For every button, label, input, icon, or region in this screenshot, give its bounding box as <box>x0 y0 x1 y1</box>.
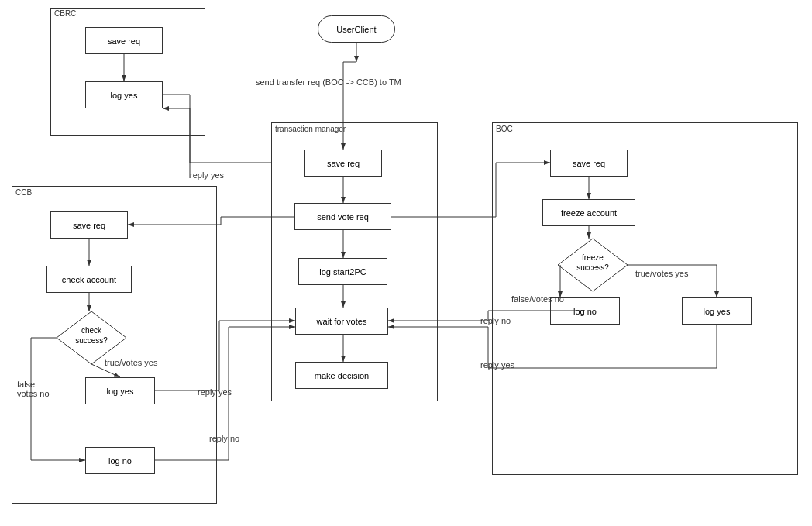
svg-text:freeze: freeze <box>582 253 604 262</box>
send-transfer-label: send transfer req (BOC -> CCB) to TM <box>256 77 401 87</box>
reply-no-ccb: reply no <box>209 434 239 443</box>
svg-text:check: check <box>81 326 102 335</box>
tm-log-start2pc: log start2PC <box>298 258 387 285</box>
reply-yes-ccb: reply yes <box>198 387 232 397</box>
ccb-log-no: log no <box>85 447 155 474</box>
boc-freeze-account: freeze account <box>542 199 635 226</box>
cbrc-save-req: save req <box>85 27 163 54</box>
tm-send-vote-req: send vote req <box>294 203 391 230</box>
tm-save-req: save req <box>304 150 382 177</box>
tm-make-decision: make decision <box>295 362 388 389</box>
boc-freeze-success-diamond: freeze success? <box>558 239 628 291</box>
true-votes-yes-boc: true/votes yes <box>635 269 688 278</box>
region-tm-label: transaction manager <box>275 125 346 133</box>
ccb-log-yes: log yes <box>85 377 155 404</box>
ccb-check-account: check account <box>46 266 132 293</box>
region-cbrc-label: CBRC <box>54 9 76 18</box>
true-votes-yes-ccb: true/votes yes <box>105 358 157 367</box>
ccb-save-req: save req <box>50 211 128 239</box>
tm-wait-for-votes: wait for votes <box>295 308 388 335</box>
reply-yes-cbrc: reply yes <box>190 170 224 180</box>
false-votes-no-boc: false/votes no <box>511 294 564 304</box>
diagram-container: CBRC CCB transaction manager BOC UserCli… <box>0 0 812 526</box>
svg-text:success?: success? <box>576 263 609 272</box>
svg-text:success?: success? <box>75 336 108 345</box>
user-client-node: UserClient <box>318 15 395 43</box>
boc-save-req: save req <box>550 150 628 177</box>
region-boc-label: BOC <box>496 125 513 133</box>
region-ccb-label: CCB <box>15 188 32 197</box>
reply-no-boc: reply no <box>480 316 511 325</box>
false-votes-no-ccb: falsevotes no <box>17 380 50 398</box>
ccb-check-success-diamond: check success? <box>57 311 126 364</box>
boc-log-yes: log yes <box>682 297 752 325</box>
reply-yes-boc: reply yes <box>480 360 514 370</box>
cbrc-log-yes: log yes <box>85 81 163 108</box>
